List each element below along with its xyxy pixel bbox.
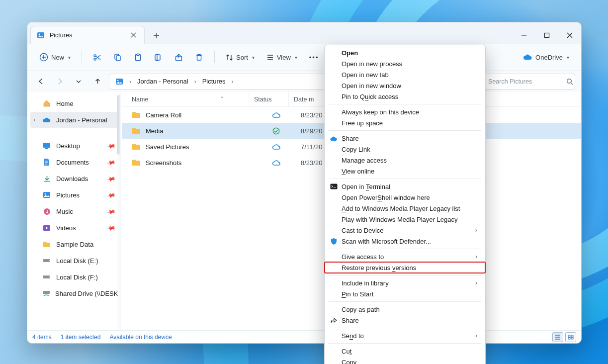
- ctx-copy-as-path[interactable]: Copy as path: [325, 304, 485, 315]
- sidebar-item-downloads[interactable]: Downloads 📌: [30, 171, 118, 186]
- sidebar-item-label: Sample Data: [56, 241, 93, 248]
- ctx-send-to[interactable]: Send to›: [325, 330, 485, 341]
- ctx-copy[interactable]: Copy: [325, 357, 485, 364]
- column-status[interactable]: Status: [249, 92, 289, 106]
- more-button[interactable]: •••: [304, 49, 324, 66]
- ctx-scan-defender[interactable]: Scan with Microsoft Defender...: [325, 236, 485, 247]
- thumbnails-view-button[interactable]: [565, 332, 576, 342]
- ctx-free-up[interactable]: Free up space: [325, 117, 485, 128]
- ctx-open[interactable]: Open: [325, 47, 485, 58]
- sidebar-item-label: Videos: [56, 224, 76, 232]
- folder-icon: [132, 143, 141, 150]
- ctx-label: Cast to Device: [342, 227, 384, 234]
- new-tab-button[interactable]: [148, 27, 165, 44]
- chevron-right-icon[interactable]: ›: [128, 78, 132, 85]
- pictures-icon: [37, 31, 45, 39]
- ctx-play-wmp[interactable]: Play with Windows Media Player Legacy: [325, 214, 485, 225]
- ctx-label: View online: [342, 168, 374, 175]
- tab-close-button[interactable]: [127, 29, 139, 41]
- svg-rect-12: [197, 55, 201, 60]
- sidebar-item-desktop[interactable]: Desktop 📌: [30, 138, 118, 154]
- nav-row: › Jordan - Personal › Pictures ›: [27, 70, 581, 92]
- sidebar-item-videos[interactable]: Videos 📌: [30, 220, 118, 236]
- ctx-open-new-window[interactable]: Open in new window: [325, 80, 485, 91]
- ctx-restore-previous-versions[interactable]: Restore previous versions: [325, 262, 485, 273]
- folder-icon: [132, 111, 141, 118]
- chevron-right-icon[interactable]: ›: [33, 116, 35, 123]
- ctx-add-wmp[interactable]: Add to Windows Media Player Legacy list: [325, 203, 485, 214]
- sidebar-item-disk-e[interactable]: Local Disk (E:): [30, 253, 118, 269]
- svg-rect-9: [137, 54, 139, 55]
- rename-icon: [154, 53, 163, 62]
- ctx-share[interactable]: Share: [325, 133, 485, 144]
- context-menu: Open Open in new process Open in new tab…: [324, 45, 486, 364]
- sidebar-item-shared-drive[interactable]: Shared Drive (\\DESKTOP-: [30, 285, 118, 301]
- status-selected: 1 item selected: [61, 334, 101, 341]
- ctx-label: Restore previous versions: [342, 264, 416, 272]
- toolbar: New ▾ Sort ▾ View ▾ ••• OneDrive ▾: [27, 44, 581, 70]
- view-button[interactable]: View ▾: [261, 49, 302, 66]
- ctx-open-new-process[interactable]: Open in new process: [325, 58, 485, 69]
- up-button[interactable]: [90, 74, 105, 89]
- close-button[interactable]: [558, 27, 581, 44]
- breadcrumb-pictures[interactable]: Pictures: [199, 74, 229, 89]
- ctx-label: Copy: [342, 359, 356, 364]
- copy-button[interactable]: [108, 49, 127, 66]
- forward-button[interactable]: [52, 74, 67, 89]
- svg-rect-13: [116, 79, 123, 85]
- share-button[interactable]: [170, 49, 188, 66]
- status-count: 4 items: [32, 334, 52, 341]
- sidebar-item-sample-data[interactable]: Sample Data: [30, 236, 118, 252]
- back-button[interactable]: [33, 74, 48, 89]
- ctx-label: Play with Windows Media Player Legacy: [342, 216, 457, 223]
- recent-button[interactable]: [71, 74, 86, 89]
- status-availability: Available on this device: [109, 334, 172, 341]
- ctx-label: Always keep on this device: [342, 108, 419, 116]
- search-input[interactable]: [488, 78, 566, 85]
- sidebar-personal[interactable]: › Jordan - Personal: [30, 112, 118, 128]
- chevron-right-icon[interactable]: ›: [231, 78, 235, 85]
- column-name[interactable]: Name ˄: [122, 92, 249, 106]
- sidebar-item-disk-f[interactable]: Local Disk (F:): [30, 269, 118, 285]
- sidebar-item-documents[interactable]: Documents 📌: [30, 154, 118, 170]
- rename-button[interactable]: [149, 49, 168, 66]
- sidebar-home[interactable]: Home: [30, 95, 118, 111]
- ctx-give-access[interactable]: Give access to›: [325, 251, 485, 262]
- cloud-icon: [42, 117, 51, 123]
- ctx-pin-quick[interactable]: Pin to Quick access: [325, 91, 485, 102]
- ctx-open-terminal[interactable]: Open in Terminal: [325, 181, 485, 192]
- breadcrumb-root[interactable]: Jordan - Personal: [134, 74, 191, 89]
- ctx-share-2[interactable]: Share: [325, 315, 485, 326]
- tab-title: Pictures: [50, 32, 122, 39]
- sort-button[interactable]: Sort ▾: [221, 49, 260, 66]
- onedrive-button[interactable]: OneDrive ▾: [518, 49, 574, 66]
- ctx-always-keep[interactable]: Always keep on this device: [325, 106, 485, 117]
- chevron-down-icon: ▾: [567, 55, 569, 60]
- chevron-right-icon[interactable]: ›: [193, 78, 197, 85]
- sidebar-item-music[interactable]: Music 📌: [30, 203, 118, 219]
- ctx-view-online[interactable]: View online: [325, 166, 485, 177]
- ctx-include-library[interactable]: Include in library›: [325, 277, 485, 288]
- ctx-manage-access[interactable]: Manage access: [325, 155, 485, 166]
- tab-pictures[interactable]: Pictures: [30, 26, 145, 44]
- ctx-copy-link[interactable]: Copy Link: [325, 144, 485, 155]
- ctx-cut[interactable]: Cut: [325, 346, 485, 357]
- minimize-button[interactable]: [513, 27, 535, 44]
- sidebar-item-pictures[interactable]: Pictures 📌: [30, 187, 118, 203]
- delete-button[interactable]: [190, 49, 208, 66]
- ctx-open-new-tab[interactable]: Open in new tab: [325, 69, 485, 80]
- search-box[interactable]: [484, 74, 575, 90]
- svg-point-24: [49, 260, 50, 261]
- paste-button[interactable]: [129, 49, 147, 66]
- details-view-button[interactable]: [552, 332, 563, 342]
- view-label: View: [277, 54, 291, 61]
- ctx-pin-start[interactable]: Pin to Start: [325, 288, 485, 299]
- breadcrumb-root-icon[interactable]: [112, 74, 126, 89]
- sidebar-item-label: Desktop: [56, 142, 80, 150]
- cut-button[interactable]: [88, 49, 106, 66]
- new-button[interactable]: New ▾: [34, 49, 76, 66]
- sidebar-scrollbar[interactable]: [117, 95, 120, 327]
- ctx-open-powershell[interactable]: Open PowerShell window here: [325, 192, 485, 203]
- ctx-cast[interactable]: Cast to Device›: [325, 225, 485, 236]
- maximize-button[interactable]: [535, 27, 558, 44]
